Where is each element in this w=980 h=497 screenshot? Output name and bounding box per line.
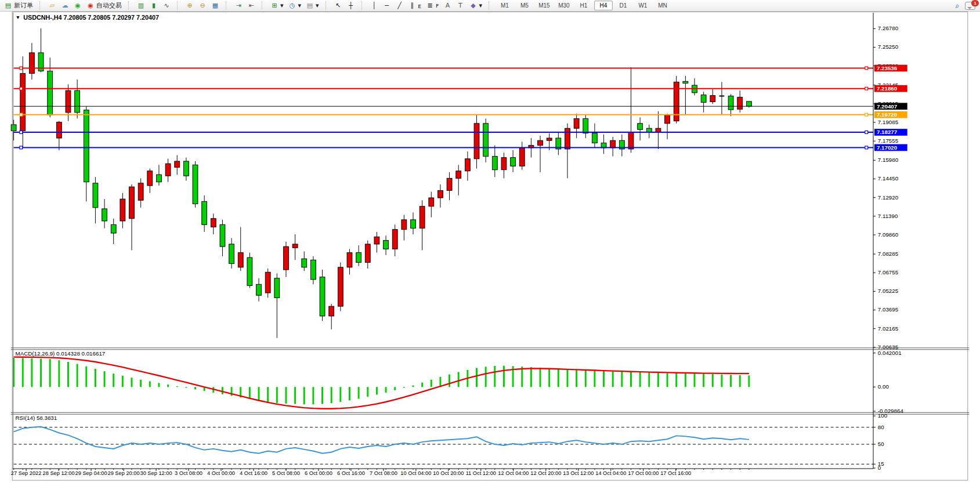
timeframe-h1-button[interactable]: H1	[574, 1, 593, 10]
vertical-line-button[interactable]: │	[368, 1, 381, 11]
rsi-label: RSI(14) 58.3831	[16, 415, 57, 421]
date-label: 12 Oct 04:00	[498, 470, 529, 476]
toolbar-separator	[361, 1, 365, 10]
line-chart-button[interactable]: ∿	[160, 1, 173, 11]
fibonacci-button[interactable]: ≣ꜰ	[424, 1, 441, 11]
timeframe-m1-button[interactable]: M1	[496, 1, 514, 10]
bar-chart-icon: ▥	[137, 1, 145, 10]
svg-text:7.15980: 7.15980	[878, 157, 899, 163]
profile-button[interactable]: ☁	[59, 1, 71, 11]
title-collapse-icon[interactable]: ▼	[16, 14, 21, 20]
date-label: 30 Sep 12:00	[140, 470, 172, 476]
vline-icon: │	[370, 1, 378, 10]
svg-text:7.21860: 7.21860	[877, 85, 898, 92]
crosshair-button[interactable]: ┼	[345, 1, 357, 11]
svg-text:7.09860: 7.09860	[878, 231, 899, 238]
chart-window[interactable]: 7.267807.252507.237207.221457.206157.190…	[0, 11, 980, 497]
svg-text:7.03695: 7.03695	[878, 306, 899, 313]
timeframe-w1-button[interactable]: W1	[634, 1, 652, 10]
date-label: 3 Oct 08:00	[175, 470, 202, 476]
tile-windows-icon: ▦	[211, 1, 219, 10]
zoom-out-icon: ⊖	[198, 1, 207, 10]
svg-text:100: 100	[878, 412, 888, 419]
signal-button[interactable]: ◉	[71, 1, 84, 11]
new-order-icon: ▤	[4, 1, 12, 10]
autotrading-button[interactable]: ◉自动交易	[84, 1, 124, 11]
zoom-out-button[interactable]: ⊖	[196, 1, 209, 11]
svg-text:7.02165: 7.02165	[878, 325, 899, 332]
toolbar-group-orders: ▤新订单	[0, 1, 37, 10]
crosshair-icon: ┼	[347, 1, 355, 10]
text-icon: A	[443, 1, 451, 10]
chart-canvas[interactable]: 7.267807.252507.237207.221457.206157.190…	[0, 11, 980, 497]
date-label: 17 Oct 16:00	[660, 470, 691, 476]
date-label: 5 Oct 08:00	[272, 470, 300, 476]
period-button-label: ▾	[298, 2, 302, 9]
toolbar-group-zoom: ⊕⊖▦	[182, 1, 223, 10]
shapes-button[interactable]: ◆▾	[467, 1, 484, 11]
svg-text:7.25250: 7.25250	[878, 43, 899, 50]
timeframe-d1-button[interactable]: D1	[614, 1, 632, 10]
timeframe-group: M1M5M15M30H1H4D1W1MN	[493, 1, 674, 10]
channel-button[interactable]: ∥ᴇ	[406, 1, 424, 11]
highlighter-button[interactable]: ▱	[46, 1, 59, 11]
toolbar-separator	[489, 1, 492, 10]
chart-shift-button[interactable]: ⇤	[245, 1, 258, 11]
svg-text:0.042001: 0.042001	[878, 350, 902, 356]
bar-chart-button[interactable]: ▥	[135, 1, 147, 11]
date-label: 6 Oct 16:00	[337, 470, 365, 476]
auto-scroll-button[interactable]: ⇥	[232, 1, 245, 11]
highlighter-icon: ▱	[48, 1, 56, 10]
date-label: 4 Oct 16:00	[240, 470, 267, 476]
svg-text:7.18277: 7.18277	[877, 129, 897, 135]
candlestick-icon: ▮	[150, 1, 158, 10]
text-label-button[interactable]: T	[454, 1, 467, 11]
svg-text:7.26780: 7.26780	[878, 25, 899, 31]
time-axis[interactable]: 27 Sep 202228 Sep 12:0029 Sep 04:0029 Se…	[11, 469, 749, 476]
svg-text:7.19085: 7.19085	[878, 119, 899, 125]
svg-text:7.23536: 7.23536	[877, 65, 898, 71]
shapes-icon: ◆	[469, 1, 477, 10]
tile-windows-button[interactable]: ▦	[209, 1, 222, 11]
zoom-in-button[interactable]: ⊕	[183, 1, 196, 11]
toolbar-separator	[128, 1, 132, 10]
template-button-label: ▾	[316, 2, 319, 9]
toolbar-group-chart-types: ▥▮∿	[133, 1, 175, 10]
timeframe-h4-button[interactable]: H4	[594, 1, 613, 10]
date-label: 17 Oct 00:00	[628, 470, 659, 476]
horizontal-line-button[interactable]: ─	[381, 1, 393, 11]
line-chart-icon: ∿	[162, 1, 171, 10]
new-chart-icon: ⊞	[270, 1, 279, 10]
new-chart-button[interactable]: ⊞▾	[268, 1, 286, 11]
svg-text:7.08285: 7.08285	[878, 251, 899, 257]
svg-text:7.20407: 7.20407	[877, 103, 897, 110]
toolbar-separator	[177, 1, 180, 10]
chat-bubble-icon[interactable]: 1	[965, 2, 975, 10]
toolbar-right: ⌕1	[953, 1, 980, 10]
toolbar-group-scroll: ⇥⇤	[230, 1, 259, 10]
chart-frame	[12, 12, 968, 480]
cloud-icon: ☁	[61, 1, 69, 10]
timeframe-mn-button[interactable]: MN	[653, 1, 672, 10]
period-button[interactable]: ◷▾	[286, 1, 304, 11]
cursor-button[interactable]: ↖	[332, 1, 345, 11]
macd-label: MACD(12,26,9) 0.014328 0.016617	[16, 350, 106, 357]
template-button[interactable]: ▤▾	[303, 1, 321, 11]
toolbar-group-objects-a: ⊞▾◷▾▤▾	[266, 1, 323, 10]
fibonacci-button-label: ꜰ	[436, 2, 439, 9]
date-label: 29 Sep 04:00	[75, 470, 107, 476]
date-label: 27 Sep 2022	[11, 470, 42, 476]
trendline-button[interactable]: ╱	[393, 1, 406, 11]
zoom-in-icon: ⊕	[186, 1, 194, 10]
signal-icon: ◉	[74, 1, 82, 10]
timeframe-m30-button[interactable]: M30	[555, 1, 573, 10]
hline-icon: ─	[383, 1, 391, 10]
search-icon[interactable]: ⌕	[953, 1, 961, 10]
toolbar-separator	[262, 1, 265, 10]
timeframe-m5-button[interactable]: M5	[515, 1, 534, 10]
timeframe-m15-button[interactable]: M15	[535, 1, 554, 10]
toolbar-separator	[226, 1, 229, 10]
text-button[interactable]: A	[441, 1, 454, 11]
candlestick-button[interactable]: ▮	[147, 1, 160, 11]
new-order-button[interactable]: ▤新订单	[2, 1, 35, 11]
